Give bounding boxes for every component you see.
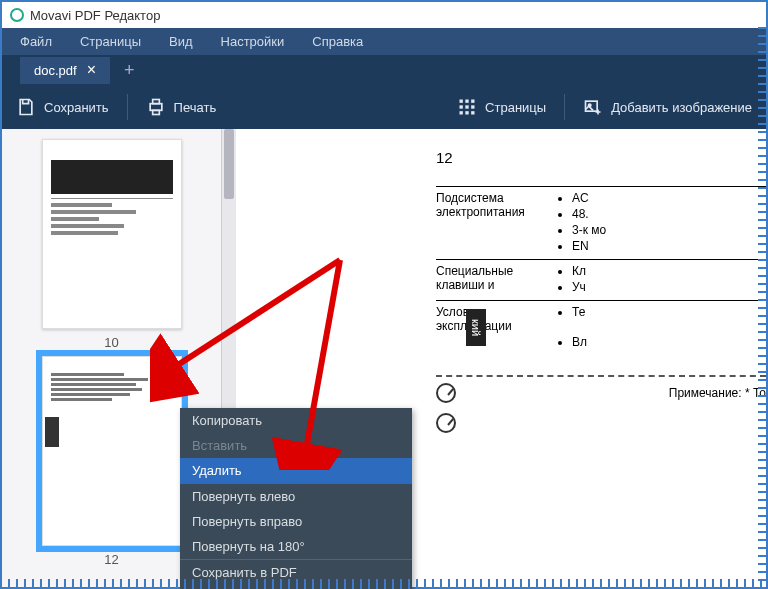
menubar: Файл Страницы Вид Настройки Справка — [2, 28, 766, 55]
svg-rect-3 — [460, 100, 463, 103]
grid-icon — [457, 97, 477, 117]
spec-value: EN — [572, 239, 766, 253]
table-row: Подсистема электропитания AC 48. 3-к мо … — [436, 186, 766, 259]
svg-rect-5 — [471, 100, 474, 103]
ctx-rotate-180[interactable]: Повернуть на 180° — [180, 534, 412, 559]
app-title: Movavi PDF Редактор — [30, 8, 160, 23]
toolbar: Сохранить Печать Страницы Добавить изобр… — [2, 85, 766, 129]
ctx-save-pdf[interactable]: Сохранить в PDF — [180, 560, 412, 585]
spec-value: 48. — [572, 207, 766, 221]
spec-value: 3-к мо — [572, 223, 766, 237]
dial-icon — [436, 383, 456, 403]
add-image-label: Добавить изображение — [611, 100, 752, 115]
page-number: 12 — [436, 149, 766, 166]
spec-value: AC — [572, 191, 766, 205]
svg-rect-11 — [471, 111, 474, 114]
new-tab-button[interactable]: + — [110, 60, 149, 81]
note-row-2 — [436, 407, 766, 433]
separator — [127, 94, 128, 120]
spec-value — [572, 321, 766, 333]
dial-icon — [436, 413, 456, 433]
svg-line-15 — [305, 260, 340, 455]
separator — [564, 94, 565, 120]
print-label: Печать — [174, 100, 217, 115]
save-button[interactable]: Сохранить — [16, 97, 109, 117]
menu-help[interactable]: Справка — [312, 34, 363, 49]
spec-key: Условия эксплуатации — [436, 305, 556, 351]
tab-doc[interactable]: doc.pdf × — [20, 57, 110, 84]
svg-rect-10 — [465, 111, 468, 114]
spec-key: Специальные клавиши и — [436, 264, 556, 296]
svg-rect-7 — [465, 105, 468, 108]
ctx-convert[interactable]: Конвертировать в JPG, PNG, BMP — [180, 585, 412, 589]
svg-rect-9 — [460, 111, 463, 114]
svg-rect-8 — [471, 105, 474, 108]
spec-value: Кл — [572, 264, 766, 278]
svg-rect-0 — [150, 104, 162, 111]
ctx-rotate-right[interactable]: Повернуть вправо — [180, 509, 412, 534]
print-button[interactable]: Печать — [146, 97, 217, 117]
scrollbar-grip[interactable] — [224, 129, 234, 199]
spec-value: Уч — [572, 280, 766, 294]
save-label: Сохранить — [44, 100, 109, 115]
tab-label: doc.pdf — [34, 63, 77, 78]
print-icon — [146, 97, 166, 117]
menu-settings[interactable]: Настройки — [221, 34, 285, 49]
titlebar: Movavi PDF Редактор — [2, 2, 766, 28]
spec-value: Те — [572, 305, 766, 319]
svg-line-14 — [170, 260, 340, 370]
note-row: Примечание: * То — [436, 375, 766, 403]
svg-rect-4 — [465, 100, 468, 103]
svg-rect-1 — [152, 100, 159, 104]
note-label: Примечание: * То — [669, 386, 766, 400]
thumbnail-label-10: 10 — [104, 335, 118, 350]
tabbar: doc.pdf × + — [2, 55, 766, 85]
add-image-button[interactable]: Добавить изображение — [583, 97, 752, 117]
spec-value: Вл — [572, 335, 766, 349]
app-icon — [10, 8, 24, 22]
save-icon — [16, 97, 36, 117]
page-side-badge: кий — [466, 309, 486, 346]
thumbnail-label-12: 12 — [104, 552, 118, 567]
pages-button[interactable]: Страницы — [457, 97, 546, 117]
tab-close-icon[interactable]: × — [87, 64, 96, 76]
annotation-arrow — [150, 250, 380, 470]
table-row: Специальные клавиши и Кл Уч — [436, 259, 766, 300]
pages-label: Страницы — [485, 100, 546, 115]
svg-rect-2 — [152, 110, 159, 114]
menu-file[interactable]: Файл — [20, 34, 52, 49]
menu-view[interactable]: Вид — [169, 34, 193, 49]
ctx-rotate-left[interactable]: Повернуть влево — [180, 484, 412, 509]
svg-rect-6 — [460, 105, 463, 108]
menu-pages[interactable]: Страницы — [80, 34, 141, 49]
add-image-icon — [583, 97, 603, 117]
spec-key: Подсистема электропитания — [436, 191, 556, 255]
